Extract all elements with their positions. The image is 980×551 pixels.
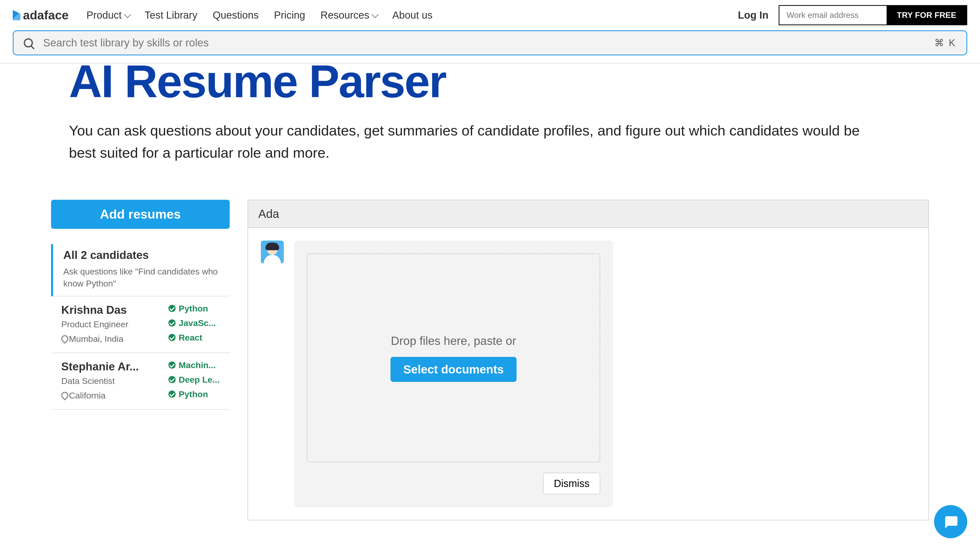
dropzone-text: Drop files here, paste or: [391, 334, 516, 348]
skill-label: Machin...: [179, 360, 216, 370]
ada-avatar: [261, 241, 284, 264]
nav-label: Resources: [321, 10, 369, 21]
all-candidates-subtitle: Ask questions like "Find candidates who …: [63, 265, 230, 290]
location-text: California: [69, 391, 106, 400]
sidebar: Add resumes All 2 candidates Ask questio…: [51, 200, 230, 520]
nav-label: Product: [86, 10, 122, 21]
search-input[interactable]: [43, 37, 924, 49]
check-icon: [169, 305, 176, 312]
check-icon: [169, 391, 176, 398]
chevron-down-icon: [124, 11, 131, 18]
candidate-skills: Machin... Deep Le... Python: [169, 360, 227, 400]
nav-label: About us: [392, 10, 433, 21]
chevron-down-icon: [372, 11, 379, 18]
location-pin-icon: [61, 335, 66, 342]
page-description: You can ask questions about your candida…: [69, 120, 860, 164]
email-cta: TRY FOR FREE: [779, 5, 967, 25]
check-icon: [169, 362, 176, 368]
file-dropzone[interactable]: Drop files here, paste or Select documen…: [307, 253, 600, 462]
page-title: AI Resume Parser: [69, 59, 911, 104]
chat-panel: Ada Drop files here, paste or Select doc…: [248, 200, 929, 520]
skill-label: JavaSc...: [179, 318, 216, 328]
chat-header: Ada: [248, 200, 928, 228]
nav-pricing[interactable]: Pricing: [274, 10, 305, 21]
candidate-name: Stephanie Ar...: [61, 360, 163, 373]
login-link[interactable]: Log In: [738, 10, 768, 21]
search-bar[interactable]: ⌘ K: [13, 30, 967, 56]
skill-label: Python: [179, 389, 208, 399]
header-right: Log In TRY FOR FREE: [738, 5, 967, 25]
nav: Product Test Library Questions Pricing R…: [86, 10, 730, 21]
try-for-free-button[interactable]: TRY FOR FREE: [886, 6, 966, 24]
nav-product[interactable]: Product: [86, 10, 129, 21]
skill-badge: Machin...: [169, 360, 227, 370]
candidate-skills: Python JavaSc... React: [169, 303, 227, 344]
hero: AI Resume Parser You can ask questions a…: [0, 59, 980, 164]
search-icon: [24, 38, 33, 48]
search-shortcut: ⌘ K: [934, 37, 956, 48]
nav-test-library[interactable]: Test Library: [145, 10, 197, 21]
skill-badge: React: [169, 333, 227, 343]
nav-label: Pricing: [274, 10, 305, 21]
email-field[interactable]: [780, 6, 886, 24]
candidate-row[interactable]: Stephanie Ar... Data Scientist Californi…: [51, 353, 230, 410]
all-candidates-title: All 2 candidates: [63, 249, 230, 262]
dismiss-button[interactable]: Dismiss: [543, 473, 600, 494]
chat-launcher-button[interactable]: [934, 505, 967, 538]
check-icon: [169, 376, 176, 383]
select-documents-button[interactable]: Select documents: [390, 357, 517, 382]
nav-label: Questions: [213, 10, 259, 21]
skill-label: Python: [179, 303, 208, 313]
skill-badge: Python: [169, 303, 227, 313]
skill-badge: Deep Le...: [169, 375, 227, 385]
check-icon: [169, 334, 176, 341]
candidate-location: Mumbai, India: [61, 334, 163, 344]
candidate-info: Krishna Das Product Engineer Mumbai, Ind…: [61, 303, 163, 344]
chat-body: Drop files here, paste or Select documen…: [248, 228, 928, 520]
logo[interactable]: adaface: [13, 8, 68, 22]
nav-questions[interactable]: Questions: [213, 10, 259, 21]
location-text: Mumbai, India: [69, 334, 124, 344]
candidate-role: Data Scientist: [61, 376, 163, 386]
skill-label: React: [179, 333, 202, 343]
nav-about-us[interactable]: About us: [392, 10, 433, 21]
location-pin-icon: [61, 392, 66, 399]
skill-label: Deep Le...: [179, 375, 220, 385]
dismiss-row: Dismiss: [307, 473, 600, 494]
sidebar-all-candidates[interactable]: All 2 candidates Ask questions like "Fin…: [51, 244, 230, 297]
main: Add resumes All 2 candidates Ask questio…: [0, 164, 980, 520]
skill-badge: JavaSc...: [169, 318, 227, 328]
chat-bubble-icon: [942, 513, 959, 530]
nav-label: Test Library: [145, 10, 197, 21]
candidate-role: Product Engineer: [61, 319, 163, 329]
brand-name: adaface: [23, 8, 68, 22]
upload-message-card: Drop files here, paste or Select documen…: [294, 241, 613, 507]
skill-badge: Python: [169, 389, 227, 399]
nav-resources[interactable]: Resources: [321, 10, 377, 21]
logo-icon: [13, 10, 21, 21]
candidate-location: California: [61, 391, 163, 400]
candidate-info: Stephanie Ar... Data Scientist Californi…: [61, 360, 163, 400]
header: adaface Product Test Library Questions P…: [0, 0, 980, 30]
candidate-row[interactable]: Krishna Das Product Engineer Mumbai, Ind…: [51, 297, 230, 353]
check-icon: [169, 319, 176, 327]
candidate-name: Krishna Das: [61, 303, 163, 316]
add-resumes-button[interactable]: Add resumes: [51, 200, 230, 229]
